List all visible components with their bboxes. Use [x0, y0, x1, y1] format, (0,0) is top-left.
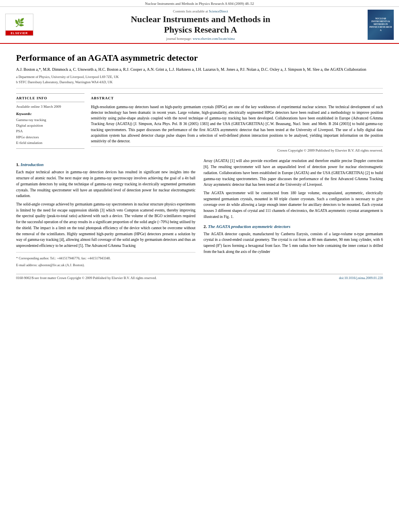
doi-link[interactable]: doi:10.1016/j.nima.2009.01.228 [339, 276, 383, 280]
homepage-link[interactable]: www.elsevier.com/locate/nima [193, 37, 235, 41]
section2-para: The AGATA detector capsule, manufactured… [204, 231, 383, 255]
affiliations: a Department of Physics, University of L… [16, 74, 383, 85]
issn-text: 0168-9002/$-see front matter Crown Copyr… [16, 276, 157, 280]
abstract-col: ABSTRACT High-resolution gamma-ray detec… [91, 93, 383, 153]
abstract-text: High-resolution gamma-ray detectors base… [91, 104, 383, 144]
journal-title: Nuclear Instruments and Methods in Physi… [39, 14, 362, 35]
keyword-3: PSA [16, 128, 84, 134]
section2-title: The AGATA production asymmetric detector… [208, 224, 290, 229]
keyword-5: E-field simulation [16, 140, 84, 146]
keyword-1: Gamma-ray tracking [16, 117, 84, 123]
section2-num: 2. [204, 224, 208, 229]
article-info-box: ARTICLE INFO Available online 3 March 20… [16, 93, 84, 149]
section1-title: Introduction [21, 162, 43, 167]
section1-right-para1: Array (AGATA) [1] will also provide exce… [204, 158, 383, 188]
section1-heading: 1. Introduction [16, 162, 195, 167]
article-title-section: Performance of an AGATA asymmetric detec… [16, 49, 383, 88]
affiliation-b: b STFC Daresbury Laboratory, Daresbury, … [16, 80, 383, 85]
page-footer: 0168-9002/$-see front matter Crown Copyr… [16, 274, 383, 280]
elsevier-logo-container: 🌿 ELSEVIER [3, 9, 35, 41]
top-bar: Nuclear Instruments and Methods in Physi… [0, 0, 399, 7]
body-two-col: 1. Introduction Each major technical adv… [16, 158, 383, 267]
elsevier-name: ELSEVIER [6, 31, 33, 35]
body-col-right: Array (AGATA) [1] will also provide exce… [204, 158, 383, 267]
footnote-corresponding: * Corresponding author. Tel.: +441517946… [16, 256, 195, 261]
section1-para2: The solid-angle coverage achieved by ger… [16, 201, 195, 249]
journal-homepage: journal homepage: www.elsevier.com/locat… [39, 37, 362, 41]
article-info-col: ARTICLE INFO Available online 3 March 20… [16, 93, 84, 153]
elsevier-graphic: 🌿 [14, 14, 25, 31]
keyword-4: HPGe detectors [16, 134, 84, 140]
article-title: Performance of an AGATA asymmetric detec… [16, 53, 383, 63]
section2-heading: 2. The AGATA production asymmetric detec… [204, 224, 383, 229]
affiliation-a: a Department of Physics, University of L… [16, 74, 383, 80]
abstract-section: ABSTRACT High-resolution gamma-ray detec… [91, 93, 383, 153]
section1-para1: Each major technical advance in gamma-ra… [16, 169, 195, 199]
sciencedirect-anchor[interactable]: ScienceDirect [209, 9, 228, 13]
journal-header: 🌿 ELSEVIER Contents lists available at S… [0, 7, 399, 44]
journal-header-center: Contents lists available at ScienceDirec… [35, 9, 366, 41]
info-abstract-row: ARTICLE INFO Available online 3 March 20… [16, 93, 383, 153]
article-info-label: ARTICLE INFO [16, 96, 84, 102]
available-online: Available online 3 March 2009 [16, 105, 84, 109]
sciencedirect-link: Contents lists available at ScienceDirec… [39, 9, 362, 13]
journal-cover-container: NUCLEAR INSTRUMENTS & METHODS IN PHYSICS… [366, 9, 396, 41]
abstract-label: ABSTRACT [91, 96, 383, 102]
keyword-2: Digital acquisition [16, 123, 84, 128]
body-col-left: 1. Introduction Each major technical adv… [16, 158, 195, 267]
footnote-line: * Corresponding author. Tel.: +441517946… [16, 252, 195, 268]
journal-citation: Nuclear Instruments and Methods in Physi… [145, 2, 254, 6]
doi-text: doi:10.1016/j.nima.2009.01.228 [339, 276, 383, 280]
elsevier-logo: 🌿 ELSEVIER [5, 14, 33, 36]
copyright-note: Crown Copyright © 2009 Published by Else… [91, 146, 383, 152]
authors: A.J. Boston a,*, M.R. Dimmock a, C. Unsw… [16, 66, 383, 72]
footnote-email: E-mail address: ajboston@liv.ac.uk (A.J.… [16, 263, 195, 268]
section1-right-para2: The AGATA spectrometer will be construct… [204, 190, 383, 220]
cover-title: NUCLEAR INSTRUMENTS & METHODS IN PHYSICS… [369, 17, 393, 32]
keywords-list: Gamma-ray tracking Digital acquisition P… [16, 117, 84, 146]
journal-cover: NUCLEAR INSTRUMENTS & METHODS IN PHYSICS… [368, 10, 394, 40]
main-content: Performance of an AGATA asymmetric detec… [0, 44, 399, 288]
body-content: 1. Introduction Each major technical adv… [16, 158, 383, 267]
section1-num: 1. [16, 162, 21, 167]
keywords-label: Keywords: [16, 112, 84, 116]
